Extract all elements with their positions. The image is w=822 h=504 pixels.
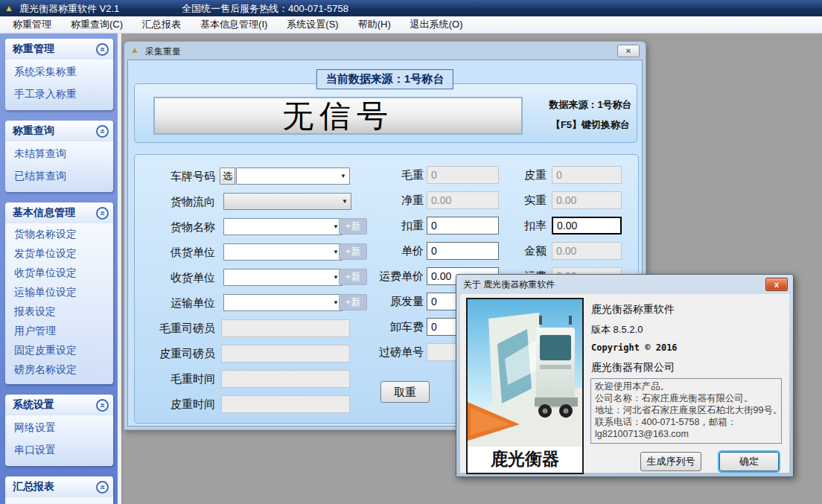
close-button[interactable]: ✕ bbox=[617, 45, 640, 57]
weight-display: 无信号 bbox=[153, 97, 523, 135]
sidebar-section-reports: 汇总报表 « 进厂日报 出厂日报 bbox=[5, 476, 113, 504]
supplier-combobox[interactable]: ▼ bbox=[223, 243, 342, 261]
sidebar-item-fixed-tare[interactable]: 固定皮重设定 bbox=[5, 341, 113, 360]
sidebar-item-goods-name[interactable]: 货物名称设定 bbox=[5, 225, 113, 244]
collapse-chevron-icon[interactable]: « bbox=[96, 207, 109, 220]
select-plate-button[interactable]: 选 bbox=[220, 168, 235, 185]
sidebar-item-user-management[interactable]: 用户管理 bbox=[5, 322, 113, 341]
sidebar-item-system-capture[interactable]: 系统采集称重 bbox=[5, 61, 113, 83]
app-logo-icon: ▲ bbox=[3, 2, 15, 14]
app-title: 鹿光衡器称重软件 V2.1 bbox=[19, 2, 119, 16]
capture-window-titlebar: ▲ 采集重量 ✕ bbox=[124, 42, 646, 60]
generate-serial-button[interactable]: 生成序列号 bbox=[640, 452, 701, 471]
dropdown-arrow-icon: ▼ bbox=[333, 249, 339, 255]
goods-flow-combobox[interactable]: ▼ bbox=[223, 193, 351, 210]
sidebar-section-title: 系统设置 bbox=[13, 398, 54, 412]
gross-weight-label: 毛重 bbox=[351, 166, 424, 184]
menu-weighing-query[interactable]: 称重查询(C) bbox=[61, 16, 133, 34]
goods-name-combobox[interactable]: ▼ bbox=[223, 218, 342, 235]
plate-number-label: 车牌号码 bbox=[135, 168, 215, 185]
sidebar-section-title: 称重管理 bbox=[13, 42, 54, 56]
tare-time-label: 皮重时间 bbox=[135, 395, 215, 413]
screen: ▲ 鹿光衡器称重软件 V2.1 全国统一售后服务热线：400-071-5758 … bbox=[0, 0, 822, 504]
truck-illustration-icon bbox=[468, 299, 582, 447]
sidebar-item-scale-house-name[interactable]: 磅房名称设定 bbox=[5, 360, 113, 380]
sidebar-item-unsettled-query[interactable]: 未结算查询 bbox=[5, 143, 113, 165]
gross-time-label: 毛重时间 bbox=[135, 370, 215, 388]
collapse-chevron-icon[interactable]: « bbox=[96, 125, 109, 138]
close-icon: x bbox=[774, 280, 779, 289]
menu-exit[interactable]: 退出系统(O) bbox=[401, 16, 473, 34]
plate-number-combobox[interactable]: ▼ bbox=[236, 168, 350, 185]
deduct-rate-label: 扣率 bbox=[485, 217, 547, 235]
truck-scale-image: 鹿光衡器 bbox=[466, 298, 584, 474]
sidebar-item-transport-unit[interactable]: 运输单位设定 bbox=[5, 283, 113, 302]
version-text: 版本 8.5.2.0 bbox=[591, 323, 643, 336]
tare-weight-label: 皮重 bbox=[485, 166, 547, 184]
sidebar-header-reports[interactable]: 汇总报表 « bbox=[5, 476, 113, 497]
scale-logo-icon: ▲ bbox=[130, 45, 139, 55]
info-line: 联系电话：400-071-5758，邮箱： bbox=[595, 416, 777, 428]
sidebar-section-title: 基本信息管理 bbox=[13, 206, 75, 220]
sidebar-item-inbound-daily[interactable]: 进厂日报 bbox=[5, 499, 113, 504]
sidebar-item-shipper-unit[interactable]: 发货单位设定 bbox=[5, 244, 113, 264]
net-weight-label: 净重 bbox=[351, 191, 424, 209]
sidebar-item-settled-query[interactable]: 已结算查询 bbox=[5, 165, 113, 188]
goods-flow-label: 货物流向 bbox=[135, 193, 215, 211]
dropdown-arrow-icon: ▼ bbox=[333, 299, 339, 306]
unload-fee-label: 卸车费 bbox=[351, 318, 424, 336]
sidebar-header-query[interactable]: 称重查询 « bbox=[5, 121, 113, 141]
data-source-banner: 当前数据来源：1号称台 bbox=[316, 69, 453, 89]
sidebar-item-serial-settings[interactable]: 串口设置 bbox=[5, 439, 113, 462]
sidebar-section-basic-info: 基本信息管理 « 货物名称设定 发货单位设定 收货单位设定 运输单位设定 报表设… bbox=[5, 202, 113, 384]
collapse-chevron-icon[interactable]: « bbox=[96, 481, 109, 494]
ok-button[interactable]: 确定 bbox=[719, 452, 779, 471]
close-icon: ✕ bbox=[625, 47, 631, 55]
capture-window-title: 采集重量 bbox=[145, 45, 181, 58]
collapse-chevron-icon[interactable]: « bbox=[96, 43, 109, 56]
sidebar-section-title: 称重查询 bbox=[13, 124, 54, 138]
sidebar-section-query: 称重查询 « 未结算查询 已结算查询 bbox=[5, 121, 113, 192]
sidebar-item-receiver-unit[interactable]: 收货单位设定 bbox=[5, 264, 113, 283]
dropdown-arrow-icon: ▼ bbox=[333, 274, 339, 281]
dialog-close-button[interactable]: x bbox=[765, 278, 788, 291]
collapse-chevron-icon[interactable]: « bbox=[96, 399, 109, 412]
menu-help[interactable]: 帮助(H) bbox=[348, 16, 401, 34]
switch-scale-hint: 【F5】键切换称台 bbox=[546, 118, 635, 132]
menu-weighing-management[interactable]: 称重管理 bbox=[3, 16, 61, 34]
sidebar-header-system[interactable]: 系统设置 « bbox=[5, 395, 113, 415]
sidebar-section-weighing: 称重管理 « 系统采集称重 手工录入称重 bbox=[5, 39, 113, 110]
sidebar-item-manual-entry[interactable]: 手工录入称重 bbox=[5, 83, 113, 106]
receiver-label: 收货单位 bbox=[135, 269, 215, 287]
ticket-number-label: 过磅单号 bbox=[351, 343, 424, 361]
gross-operator-field bbox=[221, 319, 350, 337]
take-weight-button[interactable]: 取重 bbox=[380, 381, 430, 403]
company-name: 鹿光衡器有限公司 bbox=[591, 361, 675, 374]
sidebar-header-weighing[interactable]: 称重管理 « bbox=[5, 39, 113, 60]
truck-image-caption: 鹿光衡器 bbox=[468, 447, 582, 473]
info-line: 欢迎使用本产品。 bbox=[595, 380, 777, 392]
tare-operator-field bbox=[221, 345, 350, 363]
sidebar-item-report-settings[interactable]: 报表设定 bbox=[5, 302, 113, 322]
receiver-combobox[interactable]: ▼ bbox=[223, 269, 342, 286]
menu-basic-info[interactable]: 基本信息管理(I) bbox=[191, 16, 277, 34]
sidebar-header-basic-info[interactable]: 基本信息管理 « bbox=[5, 202, 113, 223]
menu-system-settings[interactable]: 系统设置(S) bbox=[277, 16, 348, 34]
dropdown-arrow-icon: ▼ bbox=[342, 198, 348, 205]
about-dialog: 关于 鹿光衡器称重软件 x bbox=[456, 274, 794, 477]
sidebar: 称重管理 « 系统采集称重 手工录入称重 称重查询 « 未结算查询 已结算查询 bbox=[0, 34, 118, 504]
deduct-rate-field[interactable]: 0.00 bbox=[552, 217, 622, 235]
menu-summary-report[interactable]: 汇总报表 bbox=[133, 16, 191, 34]
hotline-text: 全国统一售后服务热线：400-071-5758 bbox=[182, 2, 348, 16]
company-info-box: 欢迎使用本产品。 公司名称：石家庄鹿光衡器有限公司。 地址：河北省石家庄鹿泉区石… bbox=[590, 378, 782, 444]
about-dialog-title: 关于 鹿光衡器称重软件 bbox=[463, 278, 555, 291]
tare-weight-field: 0 bbox=[552, 166, 622, 184]
transporter-combobox[interactable]: ▼ bbox=[223, 294, 342, 311]
sidebar-item-network-settings[interactable]: 网络设置 bbox=[5, 417, 113, 439]
unit-price-label: 单价 bbox=[351, 242, 424, 260]
gross-time-field bbox=[221, 370, 350, 388]
freight-price-label: 运费单价 bbox=[351, 267, 424, 285]
menu-bar: 称重管理 称重查询(C) 汇总报表 基本信息管理(I) 系统设置(S) 帮助(H… bbox=[0, 16, 822, 34]
goods-name-label: 货物名称 bbox=[135, 218, 215, 236]
mdi-client-strip bbox=[118, 34, 122, 504]
